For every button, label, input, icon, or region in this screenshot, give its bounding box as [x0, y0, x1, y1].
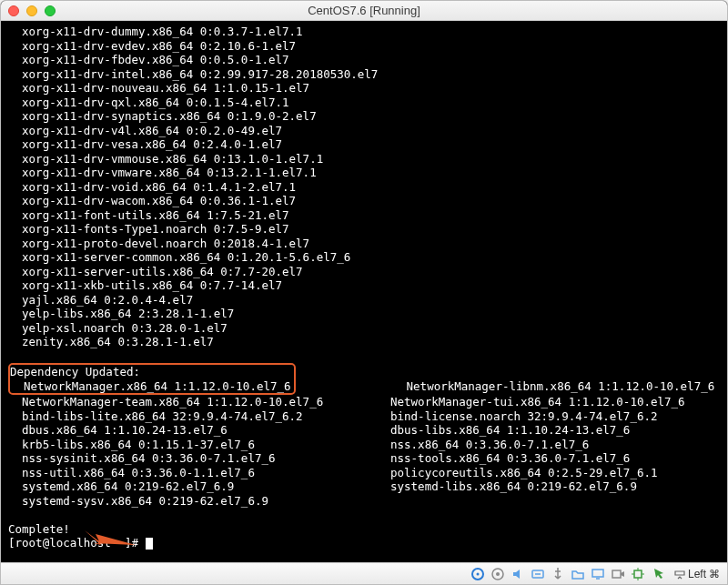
shared-folders-icon[interactable]: [571, 567, 585, 581]
svg-rect-8: [612, 570, 621, 578]
window-controls: [8, 5, 56, 16]
hard-disk-icon[interactable]: [470, 567, 485, 581]
host-key-indicator[interactable]: Left ⌘: [674, 568, 720, 580]
dependency-updated-header: Dependency Updated:: [10, 365, 140, 378]
dep-row: systemd-sysv.x86_64 0:219-62.el7_6.9: [8, 494, 720, 509]
svg-rect-9: [634, 570, 642, 578]
close-icon[interactable]: [8, 5, 19, 16]
vm-statusbar: Left ⌘: [1, 562, 727, 584]
recording-icon[interactable]: [611, 567, 625, 581]
keyboard-down-icon: [674, 569, 685, 580]
usb-icon[interactable]: [551, 567, 565, 581]
dep-row: krb5-libs.x86_64 0:1.15.1-37.el7_6nss.x8…: [8, 438, 720, 452]
dep-row: dbus.x86_64 1:1.10.24-13.el7_6dbus-libs.…: [8, 423, 720, 438]
window-title: CentOS7.6 [Running]: [1, 4, 727, 17]
dep-row: systemd.x86_64 0:219-62.el7_6.9systemd-l…: [8, 479, 720, 494]
cpu-icon[interactable]: [631, 567, 645, 581]
shell-prompt: [root@localhost ~]#: [8, 536, 146, 550]
host-key-label: Left: [688, 568, 706, 580]
optical-drive-icon[interactable]: [490, 567, 505, 581]
dep-row: bind-libs-lite.x86_64 32:9.9.4-74.el7_6.…: [8, 409, 720, 424]
audio-icon[interactable]: [511, 567, 525, 581]
dep-row: nss-sysinit.x86_64 0:3.36.0-7.1.el7_6nss…: [8, 451, 720, 466]
zoom-icon[interactable]: [45, 5, 56, 16]
display-icon[interactable]: [591, 567, 605, 581]
complete-text: Complete!: [8, 522, 70, 536]
network-icon[interactable]: [531, 567, 545, 581]
svg-rect-6: [592, 570, 603, 577]
dependency-updated-highlight: Dependency Updated: NetworkManager.x86_6…: [8, 363, 296, 395]
mouse-integration-icon[interactable]: [651, 567, 665, 581]
dep-first-left: NetworkManager.x86_64 1:1.12.0-10.el7_6: [10, 379, 291, 393]
dep-first-right: NetworkManager-libnm.x86_64 1:1.12.0-10.…: [407, 379, 715, 393]
host-key-symbol: ⌘: [709, 568, 720, 580]
dep-row: NetworkManager-team.x86_64 1:1.12.0-10.e…: [8, 395, 720, 409]
vm-window: CentOS7.6 [Running] xorg-x11-drv-dummy.x…: [0, 0, 728, 585]
terminal[interactable]: xorg-x11-drv-dummy.x86_64 0:0.3.7-1.el7.…: [1, 21, 727, 562]
svg-point-1: [476, 572, 479, 575]
cursor-icon: [146, 538, 153, 550]
minimize-icon[interactable]: [26, 5, 37, 16]
titlebar: CentOS7.6 [Running]: [1, 1, 727, 21]
svg-point-3: [496, 572, 500, 576]
dep-row: nss-util.x86_64 0:3.36.0-1.1.el7_6policy…: [8, 466, 720, 480]
